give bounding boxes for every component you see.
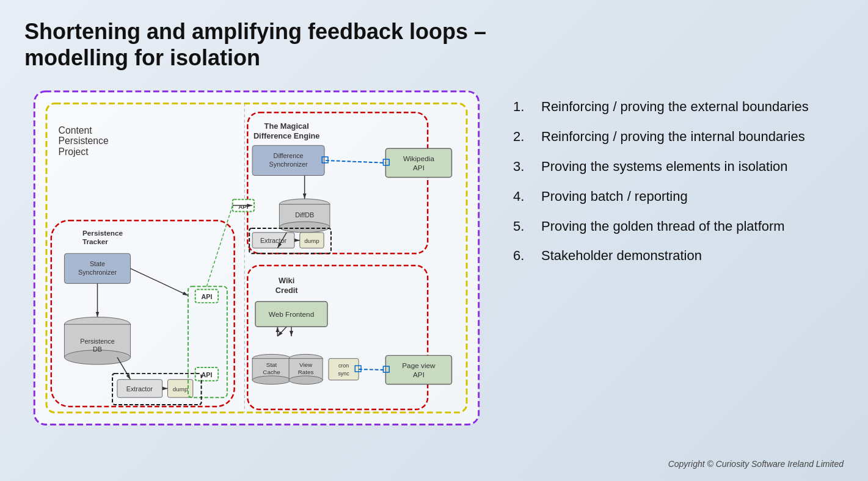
svg-text:Persistence: Persistence — [80, 338, 114, 345]
list-item: Reinforcing / proving the internal bound… — [513, 128, 844, 146]
svg-text:sync: sync — [338, 371, 349, 377]
svg-text:Rates: Rates — [298, 369, 314, 375]
main-content: Content Persistence Project Persistence … — [24, 85, 844, 449]
svg-text:API: API — [413, 371, 425, 378]
svg-rect-72 — [329, 359, 359, 380]
svg-text:View: View — [299, 361, 313, 368]
svg-text:dump: dump — [173, 386, 188, 393]
svg-text:Difference Engine: Difference Engine — [253, 131, 320, 140]
svg-text:Synchronizer: Synchronizer — [269, 161, 308, 168]
svg-point-37 — [279, 222, 330, 233]
copyright-text: Copyright © Curiosity Software Ireland L… — [24, 459, 844, 469]
list-item: Reinforcing / proving the external bound… — [513, 98, 844, 117]
list-area: Reinforcing / proving the external bound… — [513, 85, 844, 449]
svg-text:Persistence: Persistence — [59, 136, 109, 146]
list-item: Stakeholder demonstration — [513, 247, 844, 266]
svg-text:cron: cron — [338, 363, 349, 369]
svg-text:Stat: Stat — [266, 361, 277, 368]
svg-text:Content: Content — [59, 125, 93, 136]
svg-text:Persistence: Persistence — [82, 229, 123, 237]
svg-text:Tracker: Tracker — [82, 237, 108, 245]
svg-text:dump: dump — [304, 237, 319, 244]
svg-text:API: API — [201, 293, 212, 300]
svg-text:The Magical: The Magical — [264, 121, 309, 131]
svg-text:Extractor: Extractor — [260, 237, 287, 244]
svg-point-69 — [289, 376, 323, 385]
svg-text:Cache: Cache — [263, 369, 280, 375]
svg-point-64 — [252, 376, 291, 385]
svg-text:Wiki: Wiki — [279, 277, 294, 286]
svg-text:Wikipedia: Wikipedia — [403, 154, 435, 162]
svg-text:State: State — [90, 260, 105, 267]
svg-text:Project: Project — [59, 146, 89, 157]
list-item: Proving the systems elements in isolatio… — [513, 157, 844, 176]
svg-text:Difference: Difference — [274, 152, 304, 159]
svg-text:API: API — [413, 164, 425, 172]
svg-text:DB: DB — [93, 346, 102, 353]
svg-text:Web Frontend: Web Frontend — [269, 311, 314, 319]
svg-text:API: API — [201, 371, 212, 378]
numbered-list: Reinforcing / proving the external bound… — [513, 98, 844, 266]
page-title: Shortening and amplifying feedback loops… — [24, 18, 844, 71]
svg-text:Credit: Credit — [275, 286, 299, 295]
list-item: Proving batch / reporting — [513, 187, 844, 206]
list-item: Proving the golden thread of the platfor… — [513, 217, 844, 236]
svg-text:API: API — [238, 203, 249, 210]
svg-text:DiffDB: DiffDB — [295, 212, 314, 219]
svg-text:Page view: Page view — [402, 361, 436, 369]
svg-text:Synchronizer: Synchronizer — [78, 269, 117, 276]
svg-text:Extractor: Extractor — [126, 386, 153, 393]
diagram-container: Content Persistence Project Persistence … — [24, 85, 489, 449]
